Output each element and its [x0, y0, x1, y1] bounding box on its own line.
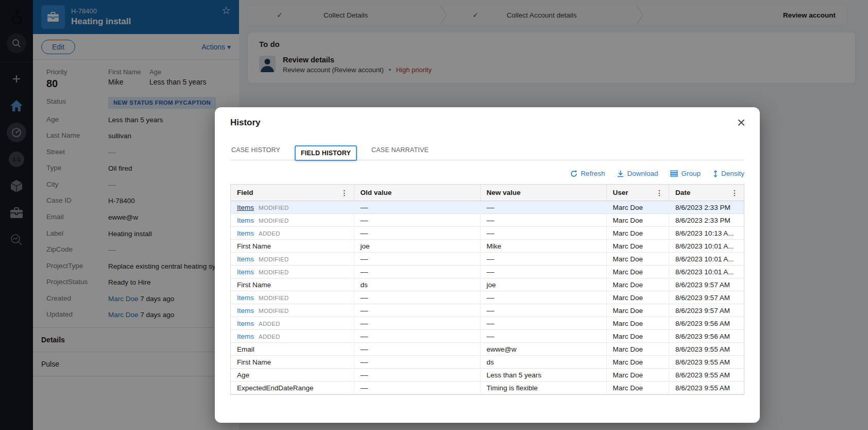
cell-user: Marc Doe: [606, 356, 669, 369]
field-link[interactable]: Items: [237, 217, 254, 224]
history-rows: ItemsMODIFIED –– –– Marc Doe 8/6/2023 2:…: [231, 201, 744, 394]
cell-new-value: ––: [480, 227, 606, 240]
cell-old-value: ds: [354, 278, 480, 291]
tab-field-history[interactable]: FIELD HISTORY: [295, 145, 357, 161]
cell-new-value: ––: [480, 266, 606, 278]
cell-new-value: ––: [480, 317, 606, 330]
table-toolbar: Refresh Download Group Density: [230, 170, 744, 177]
download-icon: [617, 170, 624, 177]
field-history-table: Field ⋮ Old value New value User ⋮ Date: [230, 184, 744, 395]
field-name: Age: [237, 371, 249, 379]
cell-date: 8/6/2023 9:57 AM: [669, 278, 744, 291]
history-row[interactable]: ItemsMODIFIED –– –– Marc Doe 8/6/2023 9:…: [231, 304, 744, 317]
history-row[interactable]: ItemsMODIFIED –– –– Marc Doe 8/6/2023 10…: [231, 266, 744, 278]
field-link[interactable]: Items: [237, 255, 254, 263]
history-row[interactable]: Email –– ewwe@w Marc Doe 8/6/2023 9:55 A…: [231, 343, 744, 356]
group-button[interactable]: Group: [670, 170, 701, 177]
cell-old-value: ––: [354, 253, 480, 266]
cell-user: Marc Doe: [606, 330, 669, 343]
field-link[interactable]: Items: [237, 307, 254, 315]
field-name: First Name: [237, 358, 271, 366]
cell-date: 8/6/2023 2:33 PM: [669, 201, 744, 214]
cell-old-value: ––: [354, 382, 480, 394]
change-type-tag: ADDED: [259, 321, 280, 327]
tab-label: CASE HISTORY: [231, 146, 280, 154]
column-header-new-value: New value: [480, 185, 606, 201]
modal-title: History: [230, 118, 744, 128]
cell-new-value: Timing is flexible: [480, 382, 606, 394]
cell-field: ItemsMODIFIED: [231, 304, 354, 317]
history-row[interactable]: First Name joe Mike Marc Doe 8/6/2023 10…: [231, 240, 744, 253]
cell-user: Marc Doe: [606, 369, 669, 382]
history-row[interactable]: ItemsMODIFIED –– –– Marc Doe 8/6/2023 2:…: [231, 201, 744, 214]
cell-field: ItemsMODIFIED: [231, 253, 354, 266]
cell-date: 8/6/2023 9:56 AM: [669, 330, 744, 343]
cell-user: Marc Doe: [606, 201, 669, 214]
refresh-button[interactable]: Refresh: [570, 170, 605, 177]
cell-field: ItemsADDED: [231, 227, 354, 240]
cell-new-value: ––: [480, 214, 606, 227]
change-type-tag: MODIFIED: [259, 269, 289, 275]
history-row[interactable]: ExpectedEndDateRange –– Timing is flexib…: [231, 382, 744, 394]
cell-date: 8/6/2023 9:55 AM: [669, 369, 744, 382]
column-header-date: Date ⋮: [669, 185, 744, 201]
cell-user: Marc Doe: [606, 278, 669, 291]
field-link[interactable]: Items: [237, 268, 254, 276]
field-link[interactable]: Items: [237, 229, 254, 237]
cell-old-value: ––: [354, 369, 480, 382]
cell-old-value: ––: [354, 291, 480, 304]
cell-old-value: ––: [354, 201, 480, 214]
change-type-tag: MODIFIED: [259, 308, 289, 314]
download-button[interactable]: Download: [617, 170, 658, 177]
field-name: Email: [237, 345, 254, 353]
cell-new-value: ––: [480, 330, 606, 343]
density-button[interactable]: Density: [713, 170, 744, 177]
change-type-tag: MODIFIED: [259, 205, 289, 211]
history-row[interactable]: First Name –– ds Marc Doe 8/6/2023 9:55 …: [231, 356, 744, 369]
cell-field: ItemsMODIFIED: [231, 214, 354, 227]
tab-case-narrative[interactable]: CASE NARRATIVE: [370, 143, 430, 160]
close-icon[interactable]: ×: [735, 113, 747, 132]
history-row[interactable]: ItemsMODIFIED –– –– Marc Doe 8/6/2023 9:…: [231, 291, 744, 304]
field-name: ExpectedEndDateRange: [237, 384, 314, 392]
cell-new-value: ––: [480, 291, 606, 304]
column-menu-icon[interactable]: ⋮: [654, 189, 665, 197]
history-row[interactable]: ItemsADDED –– –– Marc Doe 8/6/2023 10:13…: [231, 227, 744, 240]
history-row[interactable]: ItemsMODIFIED –– –– Marc Doe 8/6/2023 10…: [231, 253, 744, 266]
field-link[interactable]: Items: [237, 333, 254, 340]
cell-user: Marc Doe: [606, 291, 669, 304]
history-row[interactable]: ItemsADDED –– –– Marc Doe 8/6/2023 9:56 …: [231, 317, 744, 330]
cell-user: Marc Doe: [606, 214, 669, 227]
cell-date: 8/6/2023 9:55 AM: [669, 382, 744, 394]
cell-new-value: ––: [480, 304, 606, 317]
history-tabs: CASE HISTORY FIELD HISTORY CASE NARRATIV…: [230, 143, 744, 160]
cell-user: Marc Doe: [606, 266, 669, 278]
field-link[interactable]: Items: [237, 204, 254, 211]
field-link[interactable]: Items: [237, 320, 254, 327]
cell-new-value: Mike: [480, 240, 606, 253]
change-type-tag: ADDED: [259, 230, 280, 237]
cell-date: 8/6/2023 9:57 AM: [669, 291, 744, 304]
cell-date: 8/6/2023 10:01 A...: [669, 253, 744, 266]
cell-old-value: ––: [354, 317, 480, 330]
change-type-tag: MODIFIED: [259, 256, 289, 262]
cell-field: ItemsMODIFIED: [231, 291, 354, 304]
history-row[interactable]: ItemsMODIFIED –– –– Marc Doe 8/6/2023 2:…: [231, 214, 744, 227]
cell-date: 8/6/2023 10:13 A...: [669, 227, 744, 240]
history-row[interactable]: Age –– Less than 5 years Marc Doe 8/6/20…: [231, 369, 744, 382]
column-menu-icon[interactable]: ⋮: [339, 189, 350, 197]
field-name: First Name: [237, 281, 271, 289]
tab-case-history[interactable]: CASE HISTORY: [230, 143, 281, 160]
history-row[interactable]: ItemsADDED –– –– Marc Doe 8/6/2023 9:56 …: [231, 330, 744, 343]
cell-field: First Name: [231, 240, 354, 253]
cell-date: 8/6/2023 9:57 AM: [669, 304, 744, 317]
cell-new-value: ds: [480, 356, 606, 369]
history-row[interactable]: First Name ds joe Marc Doe 8/6/2023 9:57…: [231, 278, 744, 291]
column-menu-icon[interactable]: ⋮: [729, 189, 740, 197]
field-link[interactable]: Items: [237, 294, 254, 302]
change-type-tag: MODIFIED: [259, 218, 289, 224]
cell-old-value: ––: [354, 330, 480, 343]
cell-date: 8/6/2023 9:55 AM: [669, 343, 744, 356]
cell-user: Marc Doe: [606, 304, 669, 317]
cell-user: Marc Doe: [606, 253, 669, 266]
